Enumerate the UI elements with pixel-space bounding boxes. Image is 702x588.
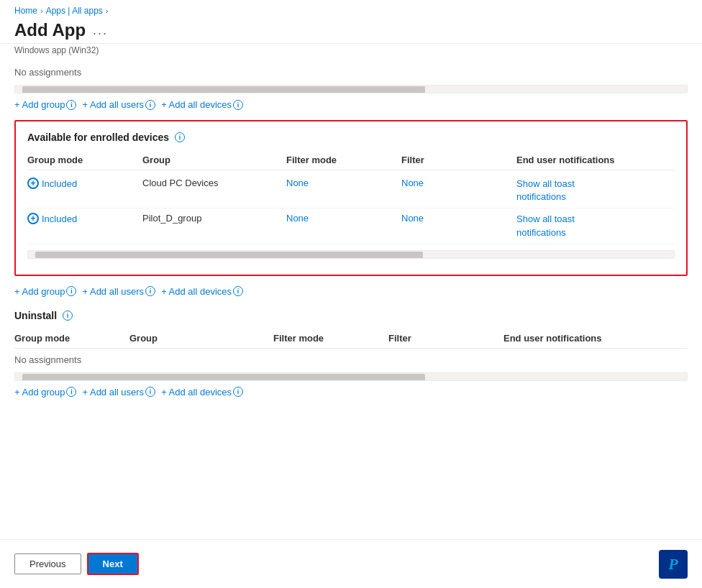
next-button[interactable]: Next (87, 553, 139, 575)
available-scrollbar-thumb (35, 252, 423, 259)
bottom-bar: Previous Next P (0, 539, 702, 588)
available-section-title: Available for enrolled devices i (27, 132, 675, 143)
uninstall-col-group-mode: Group mode (14, 333, 129, 344)
uninstall-no-assignments: No assignments (14, 352, 688, 368)
top-add-all-users-link[interactable]: + Add all users (82, 99, 144, 110)
uninstall-add-all-users-info-icon[interactable]: i (145, 387, 155, 397)
available-row1-filter-mode[interactable]: None (286, 178, 401, 188)
breadcrumb: Home › Apps | All apps › (14, 6, 688, 16)
top-add-group-info-icon[interactable]: i (66, 100, 76, 110)
top-scrollbar[interactable] (14, 85, 688, 93)
top-add-all-devices-info-icon[interactable]: i (233, 100, 243, 110)
available-row1-notifications: Show all toastnotifications (516, 178, 675, 203)
page-subtitle: Windows app (Win32) (0, 45, 702, 55)
uninstall-table-header: Group mode Group Filter mode Filter End … (14, 330, 688, 349)
available-col-end-user-notifications: End user notifications (516, 155, 675, 165)
breadcrumb-apps[interactable]: Apps | All apps (46, 6, 103, 16)
available-row2-filter-mode-link[interactable]: None (286, 213, 309, 224)
uninstall-add-all-devices-link[interactable]: + Add all devices (161, 387, 232, 398)
available-table-header: Group mode Group Filter mode Filter End … (27, 152, 675, 170)
available-row1-filter-link[interactable]: None (401, 178, 424, 188)
available-row1-group: Cloud PC Devices (142, 178, 286, 188)
available-col-group: Group (142, 155, 286, 165)
uninstall-add-links: + Add group i + Add all users i + Add al… (14, 387, 688, 398)
available-row1-included-btn[interactable]: + Included (27, 178, 142, 189)
uninstall-add-all-users-link[interactable]: + Add all users (82, 387, 144, 398)
uninstall-add-group-info-icon[interactable]: i (66, 387, 76, 397)
available-add-links: + Add group i + Add all users i + Add al… (14, 286, 688, 297)
available-section-info-icon[interactable]: i (175, 132, 185, 142)
available-row2-group-mode[interactable]: + Included (27, 213, 142, 224)
available-row1-included-label: Included (42, 178, 77, 189)
available-row2-included-label: Included (42, 213, 77, 224)
top-add-links: + Add group i + Add all users i + Add al… (14, 99, 688, 110)
content-area: No assignments + Add group i + Add all u… (0, 55, 702, 465)
page-title-more-options[interactable]: ... (93, 23, 108, 38)
available-row1-filter-mode-link[interactable]: None (286, 178, 309, 188)
available-table-row-1: + Included Cloud PC Devices None None Sh… (27, 173, 675, 208)
available-add-group-info-icon[interactable]: i (66, 286, 76, 296)
top-scrollbar-thumb (22, 86, 425, 93)
uninstall-col-filter-mode: Filter mode (273, 333, 388, 344)
available-add-group-link[interactable]: + Add group (14, 286, 65, 297)
breadcrumb-sep-1: › (40, 6, 43, 15)
breadcrumb-home[interactable]: Home (14, 6, 37, 16)
paypal-logo-icon: P (659, 550, 688, 579)
uninstall-add-group-link[interactable]: + Add group (14, 387, 65, 398)
uninstall-col-end-user-notifications: End user notifications (503, 333, 688, 344)
logo-area: P (659, 550, 688, 579)
available-row1-group-mode[interactable]: + Included (27, 178, 142, 189)
top-add-all-devices-link[interactable]: + Add all devices (161, 99, 232, 110)
available-row1-filter[interactable]: None (401, 178, 516, 188)
available-row1-plus-icon: + (27, 178, 39, 189)
uninstall-scrollbar-thumb (22, 374, 425, 381)
page-title: Add App (14, 20, 86, 40)
available-row2-filter-mode[interactable]: None (286, 213, 401, 224)
available-row2-included-btn[interactable]: + Included (27, 213, 142, 224)
uninstall-add-all-devices-info-icon[interactable]: i (233, 387, 243, 397)
available-add-all-devices-info-icon[interactable]: i (233, 286, 243, 296)
available-row2-plus-icon: + (27, 213, 39, 224)
available-row2-filter[interactable]: None (401, 213, 516, 224)
available-add-all-users-link[interactable]: + Add all users (82, 286, 144, 297)
available-row2-filter-link[interactable]: None (401, 213, 424, 224)
available-col-filter-mode: Filter mode (286, 155, 401, 165)
available-table-row-2: + Included Pilot_D_group None None Show … (27, 208, 675, 244)
available-section-box: Available for enrolled devices i Group m… (14, 120, 688, 276)
uninstall-section-info-icon[interactable]: i (63, 311, 73, 321)
available-row2-group: Pilot_D_group (142, 213, 286, 224)
available-section-title-text: Available for enrolled devices (27, 132, 169, 143)
uninstall-scrollbar[interactable] (14, 372, 688, 381)
top-bar: Home › Apps | All apps › Add App ... (0, 0, 702, 44)
breadcrumb-sep-2: › (106, 6, 109, 15)
uninstall-col-group: Group (129, 333, 273, 344)
available-col-group-mode: Group mode (27, 155, 142, 165)
top-add-all-users-info-icon[interactable]: i (145, 100, 155, 110)
uninstall-section: Uninstall i Group mode Group Filter mode… (14, 310, 688, 398)
uninstall-col-filter: Filter (388, 333, 503, 344)
available-row2-notifications: Show all toastnotifications (516, 213, 675, 239)
page-container: Home › Apps | All apps › Add App ... Win… (0, 0, 702, 588)
uninstall-section-title-text: Uninstall (14, 310, 57, 321)
uninstall-section-title: Uninstall i (14, 310, 688, 321)
available-add-all-users-info-icon[interactable]: i (145, 286, 155, 296)
previous-button[interactable]: Previous (14, 553, 81, 574)
available-col-filter: Filter (401, 155, 516, 165)
top-add-group-link[interactable]: + Add group (14, 99, 65, 110)
available-add-all-devices-link[interactable]: + Add all devices (161, 286, 232, 297)
top-no-assignments: No assignments (14, 64, 688, 81)
available-scrollbar[interactable] (27, 250, 675, 259)
page-title-row: Add App ... (14, 20, 688, 40)
